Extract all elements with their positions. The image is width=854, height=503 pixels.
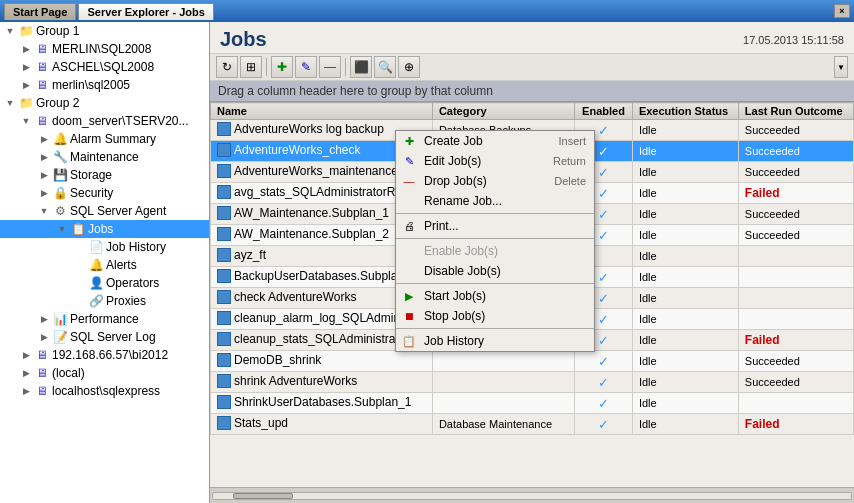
sidebar-item-jobs[interactable]: ▼ 📋 Jobs <box>0 220 209 238</box>
expand-storage[interactable]: ▶ <box>36 167 52 183</box>
close-button[interactable]: × <box>834 4 850 18</box>
create-job-button[interactable]: ✚ <box>271 56 293 78</box>
col-last-run[interactable]: Last Run Outcome <box>738 103 853 120</box>
enabled-check: ✓ <box>598 270 609 285</box>
edit-button[interactable]: ✎ <box>295 56 317 78</box>
group1-icon: 📁 <box>18 23 34 39</box>
sidebar-item-localhost-sqlexpress[interactable]: ▶ 🖥 localhost\sqlexpress <box>0 382 209 400</box>
sidebar-item-maintenance[interactable]: ▶ 🔧 Maintenance <box>0 148 209 166</box>
sidebar-item-192[interactable]: ▶ 🖥 192.168.66.57\bi2012 <box>0 346 209 364</box>
alerts-icon: 🔔 <box>88 257 104 273</box>
print-icon: 🖨 <box>400 217 418 235</box>
ctx-stop-job[interactable]: ⏹ Stop Job(s) <box>396 306 594 326</box>
sidebar-item-proxies[interactable]: 🔗 Proxies <box>0 292 209 310</box>
toolbar-end: ▼ <box>422 56 848 78</box>
expand-merlin[interactable]: ▶ <box>18 41 34 57</box>
cell-exec-status: Idle <box>632 330 738 351</box>
ctx-drop-label: Drop Job(s) <box>424 174 487 188</box>
expand-group1[interactable]: ▼ <box>2 23 18 39</box>
expand-operators <box>72 275 88 291</box>
cell-enabled: ✓ <box>575 414 633 435</box>
alarm-icon: 🔔 <box>52 131 68 147</box>
col-enabled[interactable]: Enabled <box>575 103 633 120</box>
table-row[interactable]: Stats_updDatabase Maintenance✓IdleFailed <box>211 414 854 435</box>
tree-group1[interactable]: ▼ 📁 Group 1 <box>0 22 209 40</box>
table-header-row: Name Category Enabled Execution Status L… <box>211 103 854 120</box>
ctx-create-job[interactable]: ✚ Create Job Insert <box>396 131 594 151</box>
sidebar-item-alerts[interactable]: 🔔 Alerts <box>0 256 209 274</box>
enabled-check: ✓ <box>598 354 609 369</box>
ctx-start-job[interactable]: ▶ Start Job(s) <box>396 286 594 306</box>
server-icon3: 🖥 <box>34 77 50 93</box>
cell-last-run <box>738 393 853 414</box>
192-label: 192.168.66.57\bi2012 <box>52 348 168 362</box>
enabled-check: ✓ <box>598 228 609 243</box>
view-button[interactable]: ⊞ <box>240 56 262 78</box>
cell-name: shrink AdventureWorks <box>211 372 433 393</box>
col-exec-status[interactable]: Execution Status <box>632 103 738 120</box>
expand-jobs[interactable]: ▼ <box>54 221 70 237</box>
ctx-job-history[interactable]: 📋 Job History <box>396 331 594 351</box>
expand-localhost[interactable]: ▶ <box>18 383 34 399</box>
sidebar-item-merlin-sql2008[interactable]: ▶ 🖥 MERLIN\SQL2008 <box>0 40 209 58</box>
jobs-icon: 📋 <box>70 221 86 237</box>
horizontal-scrollbar[interactable] <box>210 487 854 503</box>
ctx-sep4 <box>396 328 594 329</box>
sidebar-item-sql-log[interactable]: ▶ 📝 SQL Server Log <box>0 328 209 346</box>
sidebar-item-alarm-summary[interactable]: ▶ 🔔 Alarm Summary <box>0 130 209 148</box>
cell-last-run <box>738 309 853 330</box>
toolbar-dropdown[interactable]: ▼ <box>834 56 848 78</box>
expand-group2[interactable]: ▼ <box>2 95 18 111</box>
tab-server-explorer[interactable]: Server Explorer - Jobs <box>78 3 213 20</box>
tree-group2[interactable]: ▼ 📁 Group 2 <box>0 94 209 112</box>
job-history-label: Job History <box>106 240 166 254</box>
expand-agent[interactable]: ▼ <box>36 203 52 219</box>
expand-192[interactable]: ▶ <box>18 347 34 363</box>
table-row[interactable]: DemoDB_shrink✓IdleSucceeded <box>211 351 854 372</box>
ctx-drop-job[interactable]: — Drop Job(s) Delete <box>396 171 594 191</box>
expand-maintenance[interactable]: ▶ <box>36 149 52 165</box>
scrollbar-thumb[interactable] <box>233 493 293 499</box>
cell-last-run <box>738 288 853 309</box>
ctx-disable-job[interactable]: Disable Job(s) <box>396 261 594 281</box>
sidebar-item-doom-server[interactable]: ▼ 🖥 doom_server\TSERV20... <box>0 112 209 130</box>
refresh-button[interactable]: ↻ <box>216 56 238 78</box>
group2-label: Group 2 <box>36 96 79 110</box>
sidebar-item-sql-agent[interactable]: ▼ ⚙ SQL Server Agent <box>0 202 209 220</box>
sidebar-item-security[interactable]: ▶ 🔒 Security <box>0 184 209 202</box>
alarm-label: Alarm Summary <box>70 132 156 146</box>
sidebar-item-merlin-sql2005[interactable]: ▶ 🖥 merlin\sql2005 <box>0 76 209 94</box>
sidebar-item-performance[interactable]: ▶ 📊 Performance <box>0 310 209 328</box>
expand-local[interactable]: ▶ <box>18 365 34 381</box>
sidebar-item-operators[interactable]: 👤 Operators <box>0 274 209 292</box>
expand-aschel[interactable]: ▶ <box>18 59 34 75</box>
datetime-display: 17.05.2013 15:11:58 <box>743 34 844 46</box>
expand-performance[interactable]: ▶ <box>36 311 52 327</box>
tab-start-page[interactable]: Start Page <box>4 3 76 20</box>
ctx-sep3 <box>396 283 594 284</box>
cell-exec-status: Idle <box>632 351 738 372</box>
alerts-label: Alerts <box>106 258 137 272</box>
sidebar-item-job-history[interactable]: 📄 Job History <box>0 238 209 256</box>
ctx-rename-job[interactable]: Rename Job... <box>396 191 594 211</box>
cell-category <box>432 351 574 372</box>
cell-enabled: ✓ <box>575 393 633 414</box>
ctx-edit-job[interactable]: ✎ Edit Job(s) Return <box>396 151 594 171</box>
stop-button[interactable]: ⬛ <box>350 56 372 78</box>
search-button[interactable]: 🔍 <box>374 56 396 78</box>
sidebar-item-storage[interactable]: ▶ 💾 Storage <box>0 166 209 184</box>
sidebar-item-aschel-sql2008[interactable]: ▶ 🖥 ASCHEL\SQL2008 <box>0 58 209 76</box>
expand-doom[interactable]: ▼ <box>18 113 34 129</box>
ctx-print[interactable]: 🖨 Print... <box>396 216 594 236</box>
table-row[interactable]: ShrinkUserDatabases.Subplan_1✓Idle <box>211 393 854 414</box>
expand-security[interactable]: ▶ <box>36 185 52 201</box>
col-name[interactable]: Name <box>211 103 433 120</box>
sidebar-item-local[interactable]: ▶ 🖥 (local) <box>0 364 209 382</box>
expand-merlin2005[interactable]: ▶ <box>18 77 34 93</box>
expand-alarm[interactable]: ▶ <box>36 131 52 147</box>
table-row[interactable]: shrink AdventureWorks✓IdleSucceeded <box>211 372 854 393</box>
expand-sql-log[interactable]: ▶ <box>36 329 52 345</box>
col-category[interactable]: Category <box>432 103 574 120</box>
add-button[interactable]: ⊕ <box>398 56 420 78</box>
delete-button[interactable]: — <box>319 56 341 78</box>
